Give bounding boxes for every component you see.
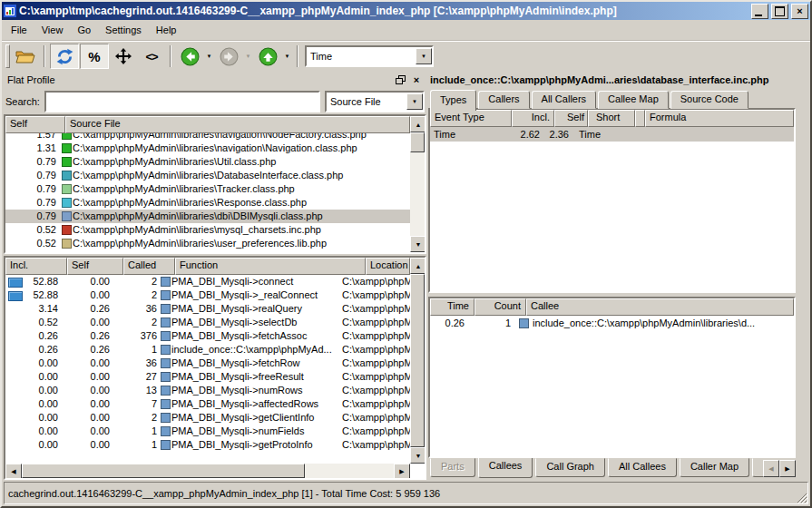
function-row[interactable]: 0.000.0013PMA_DBI_Mysqli->numRowsC:\xamp… (5, 384, 410, 397)
title-bar[interactable]: C:\xampp\tmp\cachegrind.out.1416463299-C… (2, 2, 810, 20)
tab-callees[interactable]: Callees (478, 458, 533, 478)
column-header-location[interactable]: Location (366, 258, 410, 275)
tab-all-callers[interactable]: All Callers (532, 91, 597, 109)
toolbar-grip[interactable] (5, 44, 10, 68)
percent-toggle-button[interactable]: % (80, 44, 109, 69)
scrollbar-track[interactable] (410, 152, 425, 236)
dock-close-button[interactable]: × (410, 73, 423, 86)
function-table: Incl. Self Called Function Location 52.8… (4, 256, 426, 480)
function-row[interactable]: 0.000.001PMA_DBI_Mysqli->getProtoInfoC:\… (5, 438, 410, 452)
scroll-down-icon[interactable]: ▼ (410, 236, 426, 252)
up-button[interactable] (254, 44, 281, 68)
scrollbar-thumb[interactable] (410, 132, 425, 152)
source-file-row[interactable]: 0.79C:\xampp\phpMyAdmin\libraries\Respon… (5, 196, 410, 210)
column-header-self[interactable]: Self (554, 110, 588, 127)
function-row[interactable]: 52.880.002PMA_DBI_Mysqli->_realConnectC:… (5, 288, 410, 302)
toolbar-separator (44, 45, 45, 67)
resize-grip[interactable] (796, 492, 807, 503)
column-header-incl[interactable]: Incl. (512, 110, 554, 127)
combobox-dropdown-button[interactable]: ▼ (406, 93, 423, 110)
file-type-icon (62, 211, 72, 221)
function-row[interactable]: 0.260.261include_once::C:\xampp\phpMyAd.… (5, 343, 410, 357)
source-file-row[interactable]: 0.79C:\xampp\phpMyAdmin\libraries\dbi\DB… (5, 210, 410, 223)
forward-button[interactable] (215, 44, 242, 68)
function-row[interactable]: 0.260.26376PMA_DBI_Mysqli->fetchAssocC:\… (5, 329, 410, 343)
tab-callers[interactable]: Callers (478, 91, 529, 109)
event-type-row[interactable]: Time2.622.36Time (430, 127, 794, 142)
tab-all-callees[interactable]: All Callees (608, 458, 677, 477)
source-file-row[interactable]: 0.52C:\xampp\phpMyAdmin\libraries\user_p… (5, 237, 410, 250)
event-type-combobox[interactable]: Time ▼ (305, 45, 434, 67)
column-header-time[interactable]: Time (430, 298, 474, 316)
combobox-dropdown-button[interactable]: ▼ (416, 48, 432, 64)
menu-view[interactable]: View (34, 22, 71, 38)
function-row[interactable]: 52.880.002PMA_DBI_Mysqli->connectC:\xamp… (5, 275, 410, 288)
column-header-self[interactable]: Self (5, 116, 65, 133)
scroll-left-icon[interactable]: ◀ (5, 464, 22, 480)
menu-help[interactable]: Help (149, 22, 184, 38)
function-row[interactable]: 0.000.002PMA_DBI_Mysqli->getClientInfoC:… (5, 411, 410, 425)
column-header-formula[interactable]: Formula (645, 110, 794, 127)
column-header-source-file[interactable]: Source File (65, 116, 410, 133)
menu-settings[interactable]: Settings (98, 22, 149, 38)
minimize-button[interactable] (751, 4, 768, 19)
tab-source-code[interactable]: Source Code (670, 91, 748, 109)
column-header-called[interactable]: Called (123, 258, 175, 275)
back-dropdown-caret[interactable]: ▼ (204, 44, 214, 68)
event-type-value: Time (307, 51, 416, 62)
scroll-down-icon[interactable]: ▼ (410, 447, 426, 464)
source-file-row[interactable]: 1.57C:\xampp\phpMyAdmin\libraries\naviga… (5, 133, 410, 142)
column-header-short[interactable]: Short (588, 110, 635, 127)
dock-float-button[interactable] (394, 73, 406, 86)
column-header-function[interactable]: Function (175, 258, 366, 275)
function-table-hscrollbar[interactable]: ◀ ▶ (5, 464, 410, 478)
open-file-button[interactable] (12, 44, 39, 68)
source-file-row[interactable]: 0.79C:\xampp\phpMyAdmin\libraries\Tracke… (5, 182, 410, 196)
tab-types[interactable]: Types (430, 90, 476, 111)
menu-file[interactable]: File (4, 22, 34, 38)
source-file-row[interactable]: 0.52C:\xampp\phpMyAdmin\libraries\mysql_… (5, 223, 410, 237)
scroll-left-icon[interactable]: ◀ (763, 460, 779, 477)
column-header-self[interactable]: Self (67, 258, 123, 275)
scroll-right-icon[interactable]: ▶ (394, 464, 410, 480)
dock-title-bar[interactable]: Flat Profile × (4, 71, 426, 89)
reload-button[interactable] (50, 44, 79, 69)
callee-row[interactable]: 0.261include_once::C:\xampp\phpMyAdmin\l… (430, 316, 794, 330)
scroll-up-icon[interactable]: ▲ (410, 116, 426, 132)
column-header-incl[interactable]: Incl. (5, 258, 67, 275)
source-table-vscrollbar[interactable]: ▲ ▼ (410, 116, 425, 252)
scrollbar-thumb[interactable] (410, 274, 425, 447)
dock-layout-button[interactable] (110, 44, 137, 68)
function-row[interactable]: 0.000.0036PMA_DBI_Mysqli->fetchRowC:\xam… (5, 357, 410, 370)
tab-callee-map[interactable]: Callee Map (598, 91, 669, 109)
tab-caller-map[interactable]: Caller Map (680, 458, 749, 477)
back-button[interactable] (176, 44, 203, 68)
function-row[interactable]: 0.000.001PMA_DBI_Mysqli->numFieldsC:\xam… (5, 425, 410, 438)
scrollbar-track[interactable] (305, 464, 394, 478)
function-icon (161, 372, 171, 382)
function-table-vscrollbar[interactable]: ▲ ▼ (410, 258, 425, 464)
function-row[interactable]: 0.000.0027PMA_DBI_Mysqli->freeResultC:\x… (5, 370, 410, 384)
group-by-combobox[interactable]: Source File ▼ (325, 91, 425, 112)
search-input[interactable] (44, 91, 320, 112)
tab-call-graph[interactable]: Call Graph (535, 458, 605, 477)
collapse-panels-button[interactable]: <> (138, 44, 165, 68)
file-cell: C:\xampp\phpMyAdmin\libraries\navigation… (62, 133, 410, 142)
function-name: PMA_DBI_Mysqli->_realConnect (171, 288, 318, 302)
function-row[interactable]: 0.000.007PMA_DBI_Mysqli->affectedRowsC:\… (5, 397, 410, 411)
scroll-up-icon[interactable]: ▲ (410, 258, 426, 274)
column-header-event-type[interactable]: Event Type (430, 110, 512, 127)
function-row[interactable]: 0.520.002PMA_DBI_Mysqli->selectDbC:\xamp… (5, 316, 410, 329)
close-button[interactable]: × (791, 4, 808, 19)
column-header-count[interactable]: Count (474, 298, 526, 316)
scroll-right-icon[interactable]: ▶ (779, 460, 796, 477)
up-dropdown-caret[interactable]: ▼ (282, 44, 292, 68)
function-row[interactable]: 3.140.2636PMA_DBI_Mysqli->realQueryC:\xa… (5, 302, 410, 316)
source-file-row[interactable]: 0.79C:\xampp\phpMyAdmin\libraries\Databa… (5, 169, 410, 182)
scrollbar-thumb[interactable] (22, 464, 305, 478)
source-file-row[interactable]: 1.31C:\xampp\phpMyAdmin\libraries\naviga… (5, 142, 410, 155)
source-file-row[interactable]: 0.79C:\xampp\phpMyAdmin\libraries\Util.c… (5, 155, 410, 169)
maximize-button[interactable] (771, 4, 788, 19)
column-header-callee[interactable]: Callee (526, 298, 794, 316)
menu-go[interactable]: Go (70, 22, 98, 38)
